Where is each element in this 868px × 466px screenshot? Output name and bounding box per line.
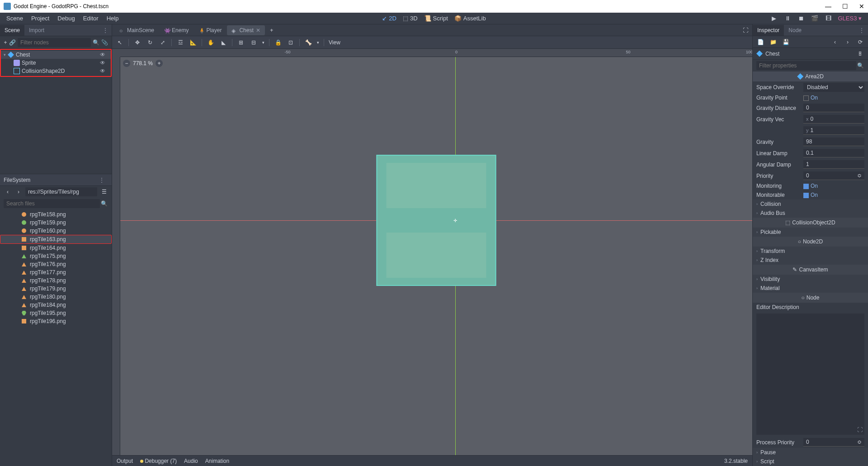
close-button[interactable]: ✕ xyxy=(859,3,864,10)
file-item[interactable]: rpgTile158.png xyxy=(0,210,112,219)
maximize-button[interactable]: ☐ xyxy=(842,3,848,10)
rotate-tool-icon[interactable]: ↻ xyxy=(146,38,154,47)
file-item[interactable]: rpgTile176.png xyxy=(0,260,112,268)
play-scene-button[interactable]: 🎬 xyxy=(811,14,819,23)
move-tool-icon[interactable]: ✥ xyxy=(133,38,142,47)
play-custom-button[interactable]: 🎞 xyxy=(824,14,832,23)
bottom-animation[interactable]: Animation xyxy=(205,458,229,464)
distraction-free-icon[interactable]: ⛶ xyxy=(741,26,750,34)
scene-tab-enemy[interactable]: 👾Enemy xyxy=(160,25,193,35)
pan-tool-icon[interactable]: ✋ xyxy=(207,38,215,47)
workspace-2d[interactable]: ↙ 2D xyxy=(382,15,396,22)
ruler2-tool-icon[interactable]: ◣ xyxy=(219,38,227,47)
filter-nodes-input[interactable] xyxy=(18,38,91,47)
section-pickable[interactable]: ›Pickable xyxy=(753,228,868,237)
close-tab-icon[interactable]: ✕ xyxy=(256,27,260,33)
renderer-dropdown[interactable]: GLES3 ▾ xyxy=(838,15,862,22)
file-item[interactable]: rpgTile177.png xyxy=(0,268,112,276)
load-resource-icon[interactable]: 📁 xyxy=(769,38,777,46)
process-priority-input[interactable]: 0≎ xyxy=(803,438,864,447)
add-scene-tab-icon[interactable]: + xyxy=(268,26,276,34)
file-item[interactable]: rpgTile175.png xyxy=(0,252,112,260)
menu-help[interactable]: Help xyxy=(107,15,119,22)
file-item[interactable]: rpgTile179.png xyxy=(0,285,112,293)
file-item[interactable]: rpgTile159.png xyxy=(0,219,112,227)
gravity-input[interactable]: 98 xyxy=(803,138,864,146)
bottom-debugger[interactable]: Debugger (7) xyxy=(140,458,177,464)
view-menu[interactable]: View xyxy=(329,39,340,46)
file-item[interactable]: rpgTile180.png xyxy=(0,293,112,301)
tab-node[interactable]: Node xyxy=(784,25,806,36)
search-icon[interactable]: 🔍 xyxy=(856,62,864,70)
zoom-out-icon[interactable]: − xyxy=(123,60,130,67)
node-sprite[interactable]: Sprite 👁 xyxy=(1,59,111,67)
add-node-icon[interactable]: + xyxy=(4,38,7,47)
pause-button[interactable]: ⏸ xyxy=(783,14,792,23)
tab-scene[interactable]: Scene xyxy=(0,25,24,36)
tab-import[interactable]: Import xyxy=(24,25,49,36)
search-icon[interactable]: 🔍 xyxy=(93,38,99,47)
history-icon[interactable]: ⟳ xyxy=(856,38,864,46)
nav-forward-icon[interactable]: › xyxy=(14,188,23,196)
file-item[interactable]: rpgTile184.png xyxy=(0,301,112,309)
file-item[interactable]: rpgTile195.png xyxy=(0,309,112,317)
section-transform[interactable]: ›Transform xyxy=(753,247,868,256)
history-forward-icon[interactable]: › xyxy=(844,38,852,46)
priority-input[interactable]: 0≎ xyxy=(803,171,864,180)
tab-inspector[interactable]: Inspector xyxy=(753,25,784,36)
new-resource-icon[interactable]: 📄 xyxy=(756,38,764,46)
zoom-in-icon[interactable]: + xyxy=(156,60,163,67)
gravity-distance-input[interactable]: 0 xyxy=(803,104,864,112)
scene-tab-mainscene[interactable]: ○MainScene xyxy=(115,25,159,35)
scene-tab-player[interactable]: 🧍Player xyxy=(194,25,226,35)
file-item[interactable]: rpgTile178.png xyxy=(0,276,112,285)
space-override-select[interactable]: Disabled xyxy=(803,83,864,92)
snap-grid-icon[interactable]: ⊞ xyxy=(237,38,245,47)
visibility-icon[interactable]: 👁 xyxy=(100,68,105,74)
filesystem-search-input[interactable] xyxy=(4,199,100,208)
file-item[interactable]: rpgTile160.png xyxy=(0,227,112,235)
angular-damp-input[interactable]: 1 xyxy=(803,160,864,169)
filesystem-menu-icon[interactable]: ⋮ xyxy=(95,177,108,183)
scale-tool-icon[interactable]: ⤢ xyxy=(159,38,167,47)
stepper-icon[interactable]: ≎ xyxy=(857,172,862,179)
group-icon[interactable]: ⊡ xyxy=(287,38,295,47)
bottom-output[interactable]: Output xyxy=(117,458,133,464)
node-chest[interactable]: ▾ Chest 👁 xyxy=(1,51,111,59)
menu-debug[interactable]: Debug xyxy=(57,15,75,22)
workspace-script[interactable]: 📜 Script xyxy=(424,15,448,22)
section-pause[interactable]: ›Pause xyxy=(753,448,868,457)
menu-project[interactable]: Project xyxy=(31,15,49,22)
section-collision[interactable]: ›Collision xyxy=(753,200,868,209)
gravity-vec-y-input[interactable]: y1 xyxy=(803,126,864,135)
minimize-button[interactable]: — xyxy=(825,3,831,10)
search-icon[interactable]: 🔍 xyxy=(100,200,108,208)
visibility-icon[interactable]: 👁 xyxy=(100,52,105,58)
workspace-assetlib[interactable]: 📦 AssetLib xyxy=(454,15,486,22)
node-collisionshape2d[interactable]: CollisionShape2D 👁 xyxy=(1,67,111,75)
script-attach-icon[interactable]: 📎 xyxy=(101,38,108,47)
viewport-2d[interactable]: -50 0 50 100 ✛ − 778.1 % + xyxy=(112,49,752,455)
section-audio-bus[interactable]: ›Audio Bus xyxy=(753,209,868,218)
gravity-vec-x-input[interactable]: x0 xyxy=(803,115,864,124)
history-back-icon[interactable]: ‹ xyxy=(831,38,839,46)
section-zindex[interactable]: ›Z Index xyxy=(753,256,868,265)
monitoring-checkbox[interactable] xyxy=(803,184,809,189)
file-item[interactable]: rpgTile163.png xyxy=(0,235,112,244)
visibility-icon[interactable]: 👁 xyxy=(100,60,105,66)
linear-damp-input[interactable]: 0.1 xyxy=(803,149,864,157)
play-button[interactable]: ▶ xyxy=(770,14,778,23)
snap-config-icon[interactable]: ⊟ xyxy=(250,38,258,47)
expand-icon[interactable]: ⛶ xyxy=(857,427,863,433)
filter-properties-input[interactable] xyxy=(756,61,856,70)
stepper-icon[interactable]: ≎ xyxy=(857,439,862,445)
section-material[interactable]: ›Material xyxy=(753,284,868,293)
scene-tab-chest[interactable]: ◈Chest✕ xyxy=(227,25,264,35)
ruler-tool-icon[interactable]: 📐 xyxy=(189,38,197,47)
filesystem-path[interactable]: res://Sprites/Tiles/rpg xyxy=(25,187,97,196)
gravity-point-checkbox[interactable] xyxy=(803,95,809,101)
menu-editor[interactable]: Editor xyxy=(83,15,99,22)
editor-description-textarea[interactable]: ⛶ xyxy=(756,314,864,435)
view-mode-icon[interactable]: ☰ xyxy=(100,188,108,196)
section-script[interactable]: ›Script xyxy=(753,457,868,466)
